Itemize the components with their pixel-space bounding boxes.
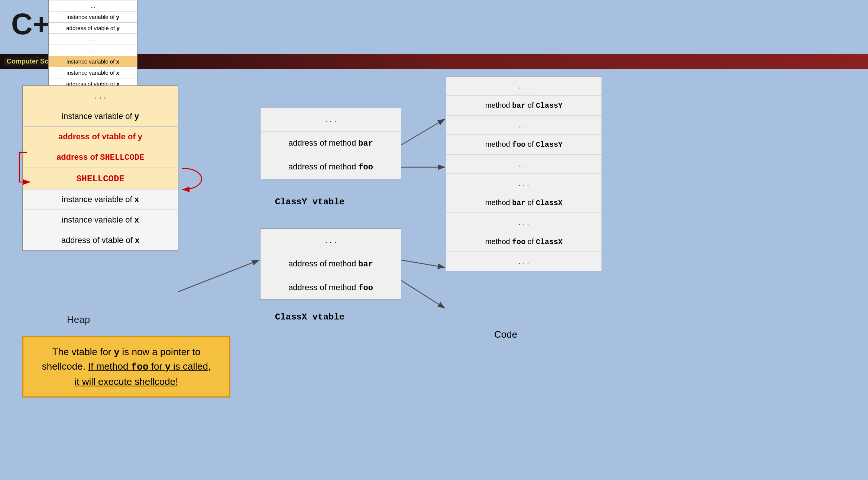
heap-cell-2: address of vtable of y bbox=[23, 127, 178, 147]
top-stack-row-1: instance variable of y bbox=[49, 12, 137, 23]
classy-vtable-label: ClassY vtable bbox=[275, 197, 344, 207]
svg-line-9 bbox=[401, 260, 445, 267]
code-cell-6: method bar of ClassX bbox=[446, 193, 602, 213]
classy-cell-1: address of method bar bbox=[260, 132, 401, 155]
heap-cell-1: instance variable of y bbox=[23, 106, 178, 127]
classx-vtable: . . . address of method bar address of m… bbox=[260, 228, 401, 300]
top-stack-row-6: instance variable of x bbox=[49, 67, 137, 78]
code-cell-7: . . . bbox=[446, 213, 602, 232]
top-stack-row-4: . . . bbox=[49, 45, 137, 56]
classy-vtable: . . . address of method bar address of m… bbox=[260, 108, 401, 179]
code-label: Code bbox=[494, 329, 517, 340]
classy-cell-0: . . . bbox=[260, 108, 401, 132]
code-cell-0: . . . bbox=[446, 77, 602, 96]
svg-line-6 bbox=[178, 260, 259, 292]
heap-cell-7: address of vtable of x bbox=[23, 230, 178, 250]
code-cell-5: . . . bbox=[446, 174, 602, 193]
heap-label: Heap bbox=[67, 314, 90, 325]
note-box: The vtable for y is now a pointer to she… bbox=[22, 336, 230, 398]
classy-cell-2: address of method foo bbox=[260, 155, 401, 179]
heap-cell-0: . . . bbox=[23, 86, 178, 106]
heap-cell-4: SHELLCODE bbox=[23, 168, 178, 189]
classx-cell-2: address of method foo bbox=[260, 276, 401, 299]
classx-cell-1: address of method bar bbox=[260, 252, 401, 276]
code-box: . . . method bar of ClassY . . . method … bbox=[446, 76, 602, 271]
code-cell-8: method foo of ClassX bbox=[446, 232, 602, 252]
heap-cell-6: instance variable of x bbox=[23, 210, 178, 230]
top-stack-row-5: instance variable of x bbox=[49, 56, 137, 67]
code-cell-4: . . . bbox=[446, 155, 602, 174]
code-cell-2: . . . bbox=[446, 116, 602, 135]
top-stack-row-2: address of vtable of y bbox=[49, 23, 137, 34]
top-stack: ... instance variable of y address of vt… bbox=[48, 0, 137, 90]
heap-box: . . . instance variable of y address of … bbox=[22, 85, 178, 251]
svg-line-10 bbox=[401, 280, 445, 308]
code-cell-3: method foo of ClassY bbox=[446, 135, 602, 155]
classx-vtable-label: ClassX vtable bbox=[275, 312, 344, 322]
top-stack-row-0: ... bbox=[49, 0, 137, 12]
heap-cell-5: instance variable of x bbox=[23, 189, 178, 210]
code-cell-1: method bar of ClassY bbox=[446, 96, 602, 116]
classx-cell-0: . . . bbox=[260, 229, 401, 252]
code-cell-9: . . . bbox=[446, 252, 602, 271]
heap-cell-3: address of SHELLCODE bbox=[23, 147, 178, 168]
svg-line-7 bbox=[401, 119, 445, 145]
top-stack-row-3: . . . bbox=[49, 34, 137, 45]
